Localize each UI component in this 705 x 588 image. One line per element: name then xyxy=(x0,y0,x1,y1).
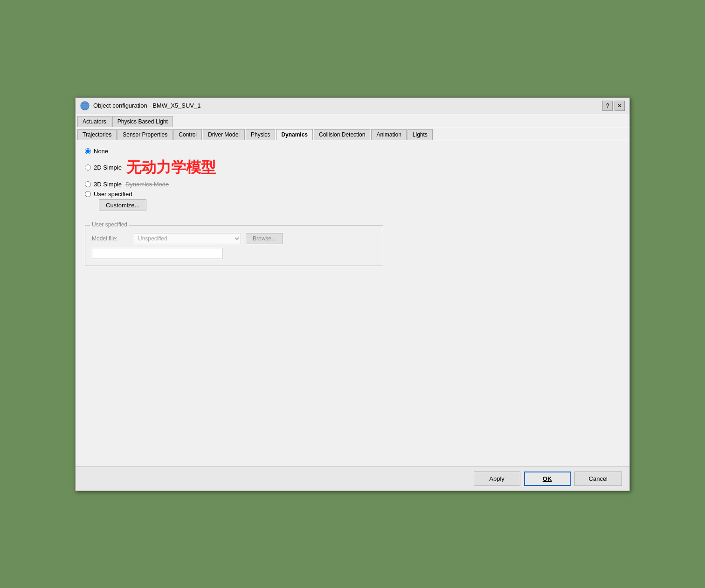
file-path-row xyxy=(92,244,376,259)
browse-button[interactable]: Browse... xyxy=(246,233,283,244)
tab-physics[interactable]: Physics xyxy=(246,129,275,140)
tab-control[interactable]: Control xyxy=(173,129,202,140)
radio-user-specified[interactable] xyxy=(85,191,91,197)
title-bar-buttons: ? ✕ xyxy=(602,101,625,111)
cancel-button[interactable]: Cancel xyxy=(574,472,622,486)
model-file-select[interactable]: Unspecified xyxy=(134,233,241,244)
user-specified-group: User specified Model file: Unspecified B… xyxy=(85,225,383,266)
dialog-window: Object configuration - BMW_X5_SUV_1 ? ✕ … xyxy=(75,97,630,491)
dialog-title: Object configuration - BMW_X5_SUV_1 xyxy=(93,102,201,109)
ok-label: OK xyxy=(543,475,552,482)
tab-animation[interactable]: Animation xyxy=(371,129,406,140)
radio-2dsimple-item: 2D Simple xyxy=(85,164,122,171)
tab-dynamics[interactable]: Dynamics xyxy=(276,129,313,140)
globe-icon xyxy=(80,101,90,110)
radio-none-item: None xyxy=(85,148,620,155)
group-box-legend: User specified xyxy=(90,221,129,228)
radio-2dsimple[interactable] xyxy=(85,164,91,171)
tab-collision-detection[interactable]: Collision Detection xyxy=(314,129,370,140)
radio-3dsimple-label[interactable]: 3D Simple xyxy=(94,181,122,188)
tab-actuators[interactable]: Actuators xyxy=(77,116,111,127)
model-file-label: Model file: xyxy=(92,235,129,242)
model-file-row: Model file: Unspecified Browse... xyxy=(92,233,376,244)
tab-lights[interactable]: Lights xyxy=(408,129,433,140)
radio-3dsimple-row: 3D Simple Dynamics Mode xyxy=(85,181,620,188)
tab-row-1: Actuators Physics Based Light xyxy=(76,114,629,127)
tab-physics-based-light[interactable]: Physics Based Light xyxy=(112,116,173,127)
radio-3dsimple-item: 3D Simple xyxy=(85,181,122,188)
tab-driver-model[interactable]: Driver Model xyxy=(203,129,245,140)
title-bar-left: Object configuration - BMW_X5_SUV_1 xyxy=(80,101,201,110)
tab-sensor-properties[interactable]: Sensor Properties xyxy=(118,129,173,140)
file-path-input[interactable] xyxy=(92,248,222,259)
help-button[interactable]: ? xyxy=(602,101,613,111)
radio-user-specified-item: User specified xyxy=(85,191,620,198)
radio-2dsimple-row: 2D Simple 无动力学模型 xyxy=(85,157,620,178)
customize-button[interactable]: Customize... xyxy=(99,199,146,211)
tab-row-2: Trajectories Sensor Properties Control D… xyxy=(76,127,629,140)
ok-button[interactable]: OK xyxy=(524,472,571,486)
radio-3dsimple[interactable] xyxy=(85,181,91,187)
radio-none-label[interactable]: None xyxy=(94,148,108,155)
apply-button[interactable]: Apply xyxy=(474,472,520,486)
tab-trajectories[interactable]: Trajectories xyxy=(77,129,117,140)
title-bar: Object configuration - BMW_X5_SUV_1 ? ✕ xyxy=(76,98,629,114)
content-area: None 2D Simple 无动力学模型 3D Simple Dynamics… xyxy=(76,140,629,466)
crossed-model-text: Dynamics Mode xyxy=(125,181,169,188)
radio-user-specified-label[interactable]: User specified xyxy=(94,191,132,198)
dynamics-radio-group: None 2D Simple 无动力学模型 3D Simple Dynamics… xyxy=(85,148,620,198)
radio-none[interactable] xyxy=(85,148,91,154)
chinese-overlay-text: 无动力学模型 xyxy=(126,157,216,178)
close-button[interactable]: ✕ xyxy=(615,101,625,111)
footer: Apply OK Cancel xyxy=(76,466,629,491)
radio-2dsimple-label[interactable]: 2D Simple xyxy=(94,164,122,171)
